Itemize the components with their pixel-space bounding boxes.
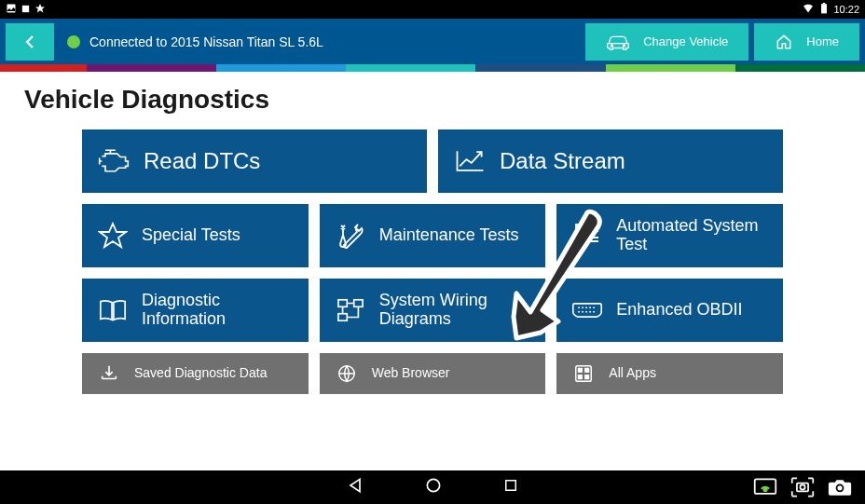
nav-back-button[interactable] bbox=[346, 476, 364, 498]
svg-rect-3 bbox=[823, 3, 825, 4]
tile-label: All Apps bbox=[609, 366, 656, 380]
car-icon bbox=[606, 33, 630, 51]
svg-point-22 bbox=[800, 484, 804, 489]
back-button[interactable] bbox=[6, 23, 54, 61]
chart-line-icon bbox=[453, 147, 487, 175]
grid-icon bbox=[571, 363, 596, 384]
tile-label: Enhanced OBDII bbox=[616, 301, 742, 320]
screenshot-icon[interactable] bbox=[790, 476, 815, 502]
square-icon bbox=[21, 4, 31, 16]
data-stream-tile[interactable]: Data Stream bbox=[438, 129, 783, 193]
enhanced-obdii-tile[interactable]: Enhanced OBDII bbox=[556, 279, 783, 342]
svg-rect-15 bbox=[579, 375, 583, 379]
connection-status: Connected to 2015 Nissan Titan SL 5.6L bbox=[67, 34, 580, 49]
maintenance-tests-tile[interactable]: Maintenance Tests bbox=[320, 204, 546, 267]
svg-rect-16 bbox=[585, 375, 589, 379]
android-status-bar: 10:22 bbox=[0, 0, 865, 19]
svg-rect-10 bbox=[338, 314, 347, 320]
camera-icon[interactable] bbox=[828, 477, 852, 501]
tile-label: System Wiring Diagrams bbox=[379, 292, 531, 329]
change-vehicle-button[interactable]: Change Vehicle bbox=[585, 23, 748, 61]
home-icon bbox=[775, 33, 793, 51]
tile-label: Saved Diagnostic Data bbox=[134, 366, 267, 380]
svg-rect-13 bbox=[579, 369, 583, 373]
svg-rect-14 bbox=[585, 369, 589, 373]
star-icon bbox=[97, 222, 129, 250]
diagram-icon bbox=[335, 297, 366, 323]
tile-label: Data Stream bbox=[500, 149, 625, 173]
image-icon bbox=[6, 3, 17, 16]
svg-point-24 bbox=[837, 485, 842, 490]
download-icon bbox=[97, 363, 121, 384]
automated-system-test-tile[interactable]: Automated System Test bbox=[556, 204, 783, 267]
svg-rect-2 bbox=[821, 4, 827, 13]
tile-label: Automated System Test bbox=[616, 217, 768, 254]
battery-icon bbox=[820, 3, 828, 16]
tile-label: Web Browser bbox=[372, 366, 450, 380]
tile-label: Diagnostic Information bbox=[142, 292, 294, 329]
connected-indicator-icon bbox=[67, 35, 80, 48]
svg-rect-18 bbox=[506, 481, 516, 491]
svg-point-5 bbox=[624, 45, 625, 47]
svg-rect-1 bbox=[22, 5, 29, 11]
book-icon bbox=[97, 297, 129, 323]
connection-text: Connected to 2015 Nissan Titan SL 5.6L bbox=[89, 34, 323, 49]
diagnostic-information-tile[interactable]: Diagnostic Information bbox=[82, 279, 309, 342]
nav-home-button[interactable] bbox=[424, 476, 443, 498]
all-apps-tile[interactable]: All Apps bbox=[556, 353, 783, 394]
status-time: 10:22 bbox=[833, 4, 859, 15]
app-header: Connected to 2015 Nissan Titan SL 5.6L C… bbox=[0, 19, 865, 64]
obd-connector-icon bbox=[571, 299, 603, 321]
wifi-icon bbox=[802, 3, 815, 16]
tile-label: Maintenance Tests bbox=[379, 226, 519, 245]
home-label: Home bbox=[806, 34, 839, 48]
page-title: Vehicle Diagnostics bbox=[24, 85, 841, 115]
home-button[interactable]: Home bbox=[754, 23, 859, 61]
svg-point-17 bbox=[427, 479, 439, 491]
svg-point-20 bbox=[762, 487, 767, 492]
wrench-icon bbox=[335, 222, 366, 250]
svg-rect-9 bbox=[353, 300, 362, 306]
svg-rect-7 bbox=[576, 235, 584, 242]
nav-recents-button[interactable] bbox=[502, 477, 519, 497]
change-vehicle-label: Change Vehicle bbox=[643, 34, 728, 48]
android-nav-bar bbox=[0, 470, 865, 504]
special-tests-tile[interactable]: Special Tests bbox=[82, 204, 309, 267]
tile-label: Special Tests bbox=[142, 226, 240, 245]
saved-diagnostic-data-tile[interactable]: Saved Diagnostic Data bbox=[82, 353, 309, 394]
checklist-icon bbox=[571, 222, 603, 250]
rainbow-divider bbox=[0, 64, 865, 72]
web-browser-tile[interactable]: Web Browser bbox=[320, 353, 546, 394]
globe-icon bbox=[335, 363, 359, 384]
cast-icon[interactable] bbox=[753, 477, 777, 501]
svg-point-4 bbox=[611, 45, 613, 47]
system-wiring-diagrams-tile[interactable]: System Wiring Diagrams bbox=[320, 279, 546, 342]
star-icon bbox=[34, 3, 46, 16]
content-area: Vehicle Diagnostics Read DTCs bbox=[0, 72, 865, 470]
svg-rect-8 bbox=[338, 300, 347, 306]
tile-label: Read DTCs bbox=[144, 149, 260, 173]
engine-icon bbox=[97, 147, 130, 175]
read-dtcs-tile[interactable]: Read DTCs bbox=[82, 129, 427, 193]
